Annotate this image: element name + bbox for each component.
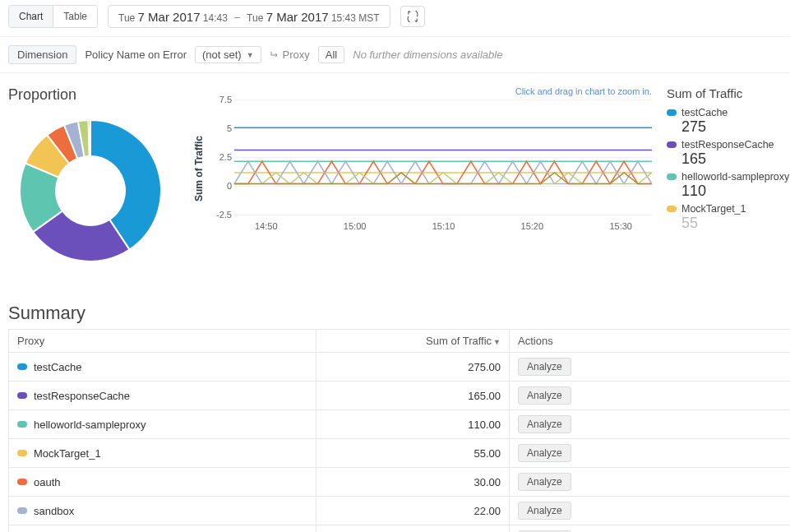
col-sum[interactable]: Sum of Traffic▼ <box>316 330 509 353</box>
table-row: MockTarget_1 55.00 Analyze <box>9 439 791 468</box>
cell-sum: 275.00 <box>316 353 509 382</box>
time-range-picker[interactable]: Tue 7 Mar 2017 14:43 – Tue 7 Mar 2017 15… <box>108 5 390 28</box>
legend-item[interactable]: helloworld-sampleproxy 110 <box>667 171 790 200</box>
cell-proxy: testResponseCache <box>9 382 316 410</box>
cell-sum: 22.00 <box>316 497 509 525</box>
donut-slice[interactable] <box>89 120 90 156</box>
legend-name: testResponseCache <box>681 139 774 150</box>
dimension-row: Dimension Policy Name on Error (not set)… <box>8 45 790 64</box>
cell-actions: Analyze <box>510 410 791 439</box>
analyze-button[interactable]: Analyze <box>518 358 571 376</box>
summary-table: Proxy Sum of Traffic▼ Actions testCache … <box>8 329 790 532</box>
line-chart[interactable]: Sum of Traffic 14:5015:0015:1015:2015:30… <box>196 99 652 238</box>
col-proxy[interactable]: Proxy <box>9 330 316 353</box>
analyze-button[interactable]: Analyze <box>518 386 571 405</box>
legend-value: 275 <box>681 118 790 136</box>
view-chart-button[interactable]: Chart <box>9 6 53 27</box>
time-separator: – <box>234 11 240 23</box>
legend-value: 55 <box>681 215 790 232</box>
cell-proxy: sandbox <box>9 497 316 525</box>
y-tick: 0 <box>196 181 232 191</box>
legend-name: MockTarget_1 <box>681 203 746 215</box>
cell-actions: Analyze <box>510 353 791 382</box>
y-tick: 7.5 <box>196 95 232 104</box>
series-line[interactable] <box>234 173 652 184</box>
y-tick: 5 <box>196 123 232 133</box>
cell-proxy: MockTarget_1 <box>9 439 316 468</box>
y-tick: 2.5 <box>196 152 232 162</box>
row-chip <box>17 421 27 428</box>
analyze-button[interactable]: Analyze <box>518 415 571 433</box>
legend-item[interactable]: testCache 275 <box>667 107 790 136</box>
refresh-button[interactable] <box>400 6 425 27</box>
dimension-none-msg: No further dimensions available <box>353 49 502 61</box>
zoom-hint: Click and drag in chart to zoom in. <box>196 86 652 96</box>
legend-value: 110 <box>681 183 790 200</box>
divider <box>0 72 790 73</box>
time-from: Tue 7 Mar 2017 14:43 <box>118 10 228 24</box>
summary-section: Summary Proxy Sum of Traffic▼ Actions te… <box>8 303 790 532</box>
cell-sum: 30.00 <box>316 468 509 497</box>
cell-proxy: mgmtapi <box>9 525 316 533</box>
analyze-button[interactable]: Analyze <box>518 444 571 462</box>
table-row: sandbox 22.00 Analyze <box>9 497 791 525</box>
proxy-name: MockTarget_1 <box>34 447 101 460</box>
proportion-title: Proportion <box>8 86 181 104</box>
dimension-all[interactable]: All <box>318 46 344 63</box>
dimension-selected: (not set) <box>202 49 242 61</box>
proxy-name: testCache <box>34 361 82 373</box>
row-chip <box>17 392 27 399</box>
divider <box>0 36 790 37</box>
legend-item[interactable]: testResponseCache 165 <box>667 139 790 168</box>
x-axis-ticks: 14:5015:0015:1015:2015:30 <box>235 221 652 231</box>
proxy-name: helloworld-sampleproxy <box>34 419 146 431</box>
row-chip <box>17 450 27 456</box>
legend-title: Sum of Traffic <box>667 86 790 100</box>
table-row: oauth 30.00 Analyze <box>9 468 791 497</box>
cell-actions: Analyze <box>510 468 791 497</box>
proportion-panel: Proportion <box>8 86 181 273</box>
legend-item[interactable]: MockTarget_1 55 <box>667 203 790 232</box>
row-chip <box>17 363 27 370</box>
top-toolbar: Chart Table Tue 7 Mar 2017 14:43 – Tue 7… <box>8 5 790 28</box>
time-to: Tue 7 Mar 2017 15:43 MST <box>247 10 380 24</box>
cell-actions: Analyze <box>510 382 791 410</box>
legend-chip <box>667 141 677 148</box>
cell-sum: 165.00 <box>316 382 509 410</box>
cell-sum: 16.00 <box>316 525 509 533</box>
proxy-name: testResponseCache <box>34 390 130 402</box>
donut-chart[interactable] <box>8 109 173 273</box>
table-row: testResponseCache 165.00 Analyze <box>9 382 791 410</box>
legend-chip <box>667 173 677 180</box>
view-toggle: Chart Table <box>8 5 98 28</box>
x-tick: 15:30 <box>609 221 632 231</box>
breadcrumb-separator: Proxy <box>270 49 310 61</box>
cell-proxy: testCache <box>9 353 316 382</box>
cell-actions: Analyze <box>510 439 791 468</box>
x-tick: 15:20 <box>521 221 544 231</box>
legend-chip <box>667 206 677 212</box>
legend-value: 165 <box>681 150 790 168</box>
summary-title: Summary <box>8 303 790 324</box>
analyze-button[interactable]: Analyze <box>518 473 571 491</box>
charts-row: Proportion Click and drag in chart to zo… <box>8 86 790 273</box>
table-row: testCache 275.00 Analyze <box>9 353 791 382</box>
arrow-turn-icon <box>270 50 280 60</box>
proxy-name: sandbox <box>34 505 74 517</box>
cell-actions: Analyze <box>510 497 791 525</box>
line-chart-panel: Click and drag in chart to zoom in. Sum … <box>196 86 652 273</box>
analyze-button[interactable]: Analyze <box>518 502 571 520</box>
dimension-value-dropdown[interactable]: (not set) ▼ <box>195 46 261 63</box>
x-tick: 15:00 <box>344 221 367 231</box>
y-tick: -2.5 <box>196 210 232 220</box>
cell-proxy: oauth <box>9 468 316 497</box>
x-tick: 15:10 <box>432 221 455 231</box>
col-actions: Actions <box>510 330 791 353</box>
x-tick: 14:50 <box>255 221 278 231</box>
view-table-button[interactable]: Table <box>53 6 97 27</box>
legend-chip <box>667 109 677 116</box>
row-chip <box>17 507 27 514</box>
legend-panel: Sum of Traffic testCache 275 testRespons… <box>667 86 790 273</box>
dimension-next[interactable]: Proxy <box>283 49 310 61</box>
dimension-label: Dimension <box>8 45 76 64</box>
